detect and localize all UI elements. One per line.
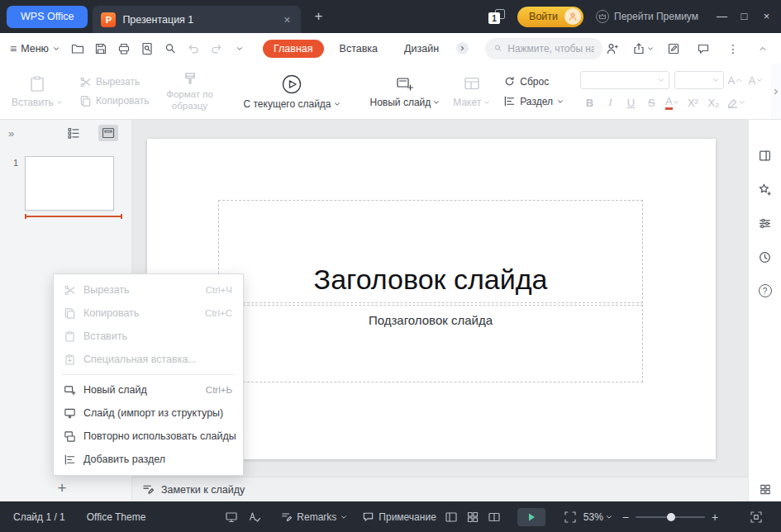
slideshow-play-button[interactable]: [517, 508, 545, 526]
slide-thumbnail[interactable]: [25, 156, 114, 211]
wps-office-button[interactable]: WPS Office: [7, 6, 88, 28]
chevron-down-icon: [739, 99, 745, 106]
slide-title-text: Заголовок слайда: [314, 264, 548, 296]
slide-insert-indicator: [25, 216, 122, 217]
tab-home[interactable]: Главная: [263, 40, 324, 58]
spellcheck-icon: [248, 511, 261, 524]
context-menu-item-add-section[interactable]: Добавить раздел: [54, 448, 243, 471]
window-count-badge[interactable]: 1: [488, 9, 505, 24]
ribbon-expand-button[interactable]: [771, 64, 781, 119]
fit-slide-button[interactable]: [564, 511, 577, 524]
reading-view-button[interactable]: [488, 511, 501, 524]
zoom-level[interactable]: 53%: [583, 511, 612, 523]
new-tab-button[interactable]: +: [314, 8, 322, 25]
save-button[interactable]: [91, 39, 111, 59]
spellcheck-button[interactable]: [248, 511, 261, 524]
font-size-select: [674, 71, 724, 89]
play-circle-icon: [281, 74, 302, 95]
share-user-button[interactable]: [602, 39, 622, 59]
slide-sorter-view-button[interactable]: [466, 511, 479, 524]
format-painter-icon: [183, 71, 198, 86]
scissors-icon: [79, 76, 92, 88]
caret-up-icon: [736, 77, 742, 83]
notes-icon: [142, 483, 155, 496]
zoom-slider[interactable]: [636, 511, 705, 523]
notes-label: Заметки к слайду: [161, 484, 245, 496]
open-file-button[interactable]: [68, 39, 88, 59]
task-pane-button[interactable]: [756, 146, 774, 164]
tab-insert[interactable]: Вставка: [329, 40, 388, 58]
copy-button: Копировать: [79, 95, 150, 107]
strikethrough-button: S: [642, 93, 661, 112]
window-close-button[interactable]: ×: [755, 0, 778, 33]
context-menu-item-new-slide[interactable]: Новый слайд Ctrl+Ь: [54, 378, 243, 401]
comment-label: Примечание: [379, 511, 436, 523]
quick-access-dropdown[interactable]: [230, 39, 250, 59]
comment-button[interactable]: Примечание: [362, 511, 436, 523]
zoom-out-button[interactable]: −: [622, 511, 629, 524]
more-tabs-button[interactable]: [456, 42, 469, 55]
new-slide-button[interactable]: Новый слайд: [364, 74, 447, 110]
outline-view-button[interactable]: [64, 125, 83, 141]
theme-name[interactable]: Office Theme: [87, 511, 146, 523]
tab-design[interactable]: Дизайн: [393, 40, 450, 58]
remarks-icon: [281, 511, 293, 523]
maximize-button[interactable]: □: [733, 0, 755, 33]
collapse-ribbon-button[interactable]: [753, 39, 773, 59]
slide-title-placeholder[interactable]: Заголовок слайда: [218, 200, 643, 303]
premium-crown-icon: [596, 10, 609, 23]
context-menu-item-reuse-slides[interactable]: Повторно использовать слайды: [54, 425, 243, 448]
find-replace-button[interactable]: [160, 39, 180, 59]
minimize-button[interactable]: —: [711, 0, 733, 33]
add-slide-button[interactable]: +: [50, 478, 74, 498]
command-search[interactable]: [485, 38, 602, 59]
more-options-button[interactable]: ⋮: [723, 39, 743, 59]
premium-link[interactable]: Перейти Премиум: [596, 10, 698, 23]
fullscreen-button[interactable]: [750, 511, 763, 524]
section-label: Раздел: [520, 96, 553, 107]
section-button[interactable]: Раздел: [503, 95, 564, 107]
chevron-down-icon: [53, 45, 60, 52]
normal-view-button[interactable]: [445, 511, 458, 524]
history-button[interactable]: [756, 248, 774, 266]
command-search-input[interactable]: [507, 43, 594, 55]
increase-font-button: A: [726, 71, 745, 89]
copy-icon: [64, 307, 76, 320]
chevron-down-icon: [433, 99, 440, 106]
new-slide-icon: [396, 75, 414, 93]
print-button[interactable]: [114, 39, 134, 59]
display-icon: [225, 511, 238, 524]
settings-button[interactable]: [756, 214, 774, 232]
print-preview-button[interactable]: [137, 39, 157, 59]
slide-subtitle-placeholder[interactable]: Подзаголовок слайда: [218, 305, 643, 382]
share-button[interactable]: [632, 42, 654, 55]
slide-layout-grid-button[interactable]: [759, 483, 771, 496]
view-switcher: [445, 511, 501, 524]
display-settings-button[interactable]: [225, 511, 238, 524]
new-slide-label: Новый слайд: [370, 97, 431, 108]
remarks-button[interactable]: Remarks: [281, 511, 347, 523]
login-button[interactable]: Войти: [517, 7, 583, 27]
star-plus-icon: [758, 183, 772, 197]
titlebar: WPS Office P Презентация 1 × + 1 Войти: [0, 0, 781, 33]
edit-mode-button[interactable]: [664, 39, 683, 59]
zoom-in-button[interactable]: +: [712, 511, 718, 524]
zoom-slider-handle[interactable]: [667, 513, 675, 521]
comment-button-top[interactable]: [693, 39, 713, 59]
main-menu-button[interactable]: ≡ Меню: [10, 42, 60, 55]
undo-icon: [187, 42, 200, 55]
chevron-right-icon: [773, 88, 779, 95]
tab-close-icon[interactable]: ×: [281, 13, 293, 26]
document-tab-title: Презентация 1: [122, 14, 274, 26]
collapse-panel-icon[interactable]: »: [8, 127, 14, 140]
document-tab[interactable]: P Презентация 1 ×: [93, 6, 301, 33]
slide-thumbnails-view-button[interactable]: [98, 125, 118, 141]
help-button[interactable]: ?: [756, 282, 774, 300]
reset-button[interactable]: Сброс: [503, 75, 564, 88]
context-menu-item-import-slide[interactable]: Слайд (импорт из структуры): [54, 401, 243, 425]
fullscreen-icon: [750, 511, 763, 524]
play-from-current-slide-button[interactable]: С текущего слайда: [237, 72, 347, 112]
favorites-button[interactable]: [756, 180, 774, 198]
notes-bar[interactable]: Заметки к слайду: [132, 477, 748, 501]
fit-slide-icon: [564, 511, 577, 524]
